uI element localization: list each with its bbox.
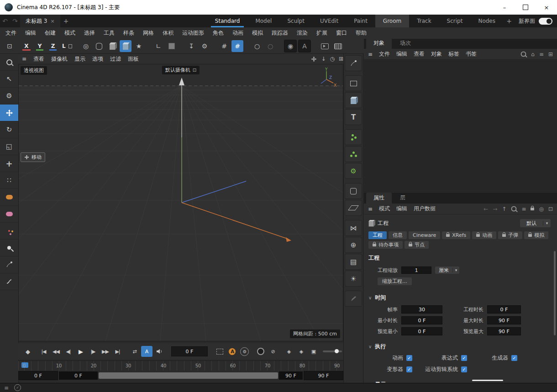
zoom-tool-button[interactable] (0, 54, 18, 71)
attributes-horizontal-scrollbar[interactable] (472, 380, 503, 381)
spline-smooth-tool-button[interactable] (0, 273, 18, 290)
am-filter-icon[interactable]: ≡ (521, 206, 526, 212)
unit-dropdown[interactable]: 厘米 ▾ (435, 267, 459, 274)
render-picture-viewer-button[interactable] (332, 40, 344, 52)
range-end-field[interactable]: 90 F (304, 371, 343, 380)
om-menu-bookmarks[interactable]: 书签 (466, 50, 477, 58)
volume-builder-button[interactable]: ⚙ (345, 163, 362, 179)
stage-button[interactable]: ▤ (345, 254, 362, 270)
filter-icon[interactable]: ≡ (539, 51, 544, 57)
sound-button[interactable] (153, 346, 165, 357)
motext-button[interactable]: T (345, 109, 362, 125)
am-menu-edit[interactable]: 编辑 (396, 205, 407, 213)
maximize-button[interactable] (515, 0, 536, 15)
minimize-button[interactable]: – (494, 0, 515, 15)
range-slider-bar[interactable] (99, 372, 278, 379)
sculpt-brush-orange-button[interactable] (0, 189, 18, 206)
viewport-solo-a-button[interactable]: A (298, 40, 311, 52)
om-menu-file[interactable]: 文件 (379, 50, 390, 58)
dropdown-arrow-icon[interactable]: ↓ (321, 56, 326, 62)
preview-max-field[interactable]: 90 F (487, 327, 521, 335)
sky-button[interactable]: ⊕ (345, 237, 362, 253)
axis-mode-button[interactable]: ★ (133, 40, 145, 52)
attr-tab-animation[interactable]: 动画 (472, 231, 496, 239)
model-mode-button[interactable] (120, 40, 131, 52)
document-close-icon[interactable]: × (50, 18, 54, 24)
om-hamburger-icon[interactable]: ≡ (368, 51, 373, 57)
home-icon[interactable]: ⌂ (531, 51, 535, 57)
cube-primitive-button[interactable] (345, 92, 362, 108)
menu-window[interactable]: 窗口 (336, 29, 347, 37)
axis-move-tool-button[interactable]: + (0, 155, 18, 172)
menu-create[interactable]: 创建 (45, 29, 56, 37)
vp-menu-display[interactable]: 显示 (74, 55, 85, 63)
new-interface-toggle[interactable] (539, 18, 552, 25)
animation-checkbox[interactable]: ✓ (406, 355, 412, 361)
attr-tab-cineware[interactable]: Cineware (409, 231, 440, 239)
pen-curve-tool-button[interactable] (0, 256, 18, 273)
view-label[interactable]: 透视视图 (21, 66, 47, 75)
fps-field[interactable]: 30 (401, 305, 442, 314)
move-tool-button[interactable] (0, 105, 18, 121)
vp-menu-panel[interactable]: 面板 (128, 55, 139, 63)
vp-menu-filter[interactable]: 过滤 (110, 55, 121, 63)
menu-render[interactable]: 渲染 (297, 29, 308, 37)
layout-tab-model[interactable]: Model (247, 15, 279, 27)
menu-tracker[interactable]: 跟踪器 (272, 29, 288, 37)
tab-objects[interactable]: 对象 (366, 38, 392, 49)
attr-tab-nodes[interactable]: 节点 (405, 241, 429, 249)
up-icon[interactable]: ↑ (502, 206, 506, 212)
menu-tools[interactable]: 工具 (104, 29, 115, 37)
am-menu-mode[interactable]: 模式 (379, 205, 390, 213)
floor-button[interactable] (345, 200, 362, 216)
layout-tab-sculpt[interactable]: Sculpt (279, 15, 312, 27)
quantize-button[interactable]: ○ (251, 40, 263, 52)
mode-ring-button[interactable]: ◎ (80, 40, 92, 52)
attr-tab-bullet[interactable]: 子弹 (498, 231, 522, 239)
attr-tab-info[interactable]: 信息 (389, 231, 407, 239)
mode-cube-button[interactable] (106, 40, 118, 52)
lock-icon[interactable] (531, 208, 534, 210)
execute-section-header[interactable]: ∨ 执行 (368, 343, 552, 350)
layout-tab-paint[interactable]: Paint (346, 15, 375, 27)
vp-menu-options[interactable]: 选项 (92, 55, 103, 63)
keying-settings-button[interactable]: ⚙ (239, 346, 250, 357)
attr-tab-xrefs[interactable]: XRefs (442, 231, 470, 239)
goto-start-button[interactable]: |◀ (38, 346, 49, 357)
next-key-button[interactable]: ▶▶ (100, 346, 111, 357)
om-menu-view[interactable]: 查看 (414, 50, 425, 58)
om-menu-object[interactable]: 对象 (431, 50, 442, 58)
menu-mograph[interactable]: 运动图形 (182, 29, 204, 37)
spline-rectangle-button[interactable] (345, 75, 362, 91)
deformer-button[interactable] (345, 183, 362, 199)
menu-select[interactable]: 选择 (84, 29, 95, 37)
render-view-button[interactable] (319, 40, 331, 52)
viewport-solo-eye-button[interactable]: ◉ (284, 40, 297, 52)
unit-caret-icon[interactable]: ▾ (452, 268, 459, 272)
prev-frame-button[interactable]: ◀| (63, 346, 74, 357)
lock-y-axis-button[interactable]: Y (34, 40, 46, 52)
loop-mode-button[interactable]: ⇄ (129, 346, 140, 357)
camera-menu-icon[interactable]: ⊡ (193, 68, 196, 73)
record-button[interactable] (255, 346, 266, 357)
attr-tab-simulation[interactable]: 模拟 (524, 231, 548, 239)
generators-checkbox[interactable]: ✓ (511, 355, 517, 361)
keyframe-option-2-button[interactable]: ◈ (295, 346, 307, 357)
new-document-button[interactable]: + (60, 15, 72, 27)
menu-help[interactable]: 帮助 (356, 29, 367, 37)
viewport-layout-icon[interactable]: ⊞ (339, 56, 343, 62)
menu-mesh[interactable]: 网格 (143, 29, 154, 37)
preview-min-field[interactable]: 0 F (401, 327, 442, 335)
preset-dropdown[interactable]: 默认 ▾ (520, 219, 551, 227)
menu-character[interactable]: 角色 (213, 29, 224, 37)
timeline-ruler[interactable]: 0 10 20 30 40 50 60 70 80 90 (18, 361, 343, 371)
coord-system-button[interactable]: ∟ (152, 40, 164, 52)
undo-frame-button[interactable]: ⊡ (4, 40, 16, 52)
cloner-button[interactable] (345, 129, 362, 145)
attributes-vertical-scrollbar[interactable] (554, 251, 556, 335)
redo-icon[interactable]: ↷ (10, 15, 20, 27)
om-layout-icon[interactable]: ⊞ (548, 51, 553, 57)
live-select-tool-button[interactable]: ↖ (0, 71, 18, 88)
vp-menu-camera[interactable]: 摄像机 (51, 55, 68, 63)
pan-icon[interactable] (311, 56, 317, 62)
